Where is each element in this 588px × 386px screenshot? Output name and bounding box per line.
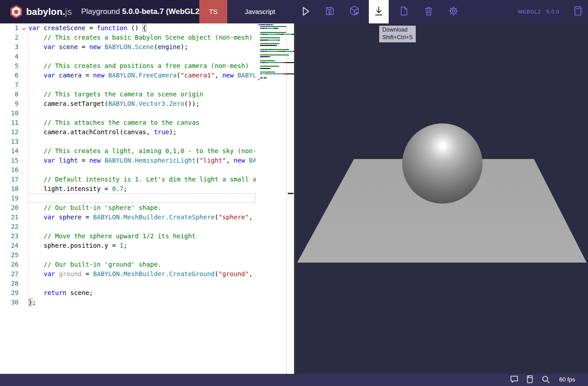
playground-title: Playground 5.0.0-beta.7 (WebGL2) xyxy=(81,0,202,23)
minimap-line xyxy=(260,54,289,55)
minimap-line xyxy=(260,37,280,38)
fold-chevron-icon[interactable] xyxy=(21,25,27,33)
search-icon xyxy=(540,374,551,386)
code-token: = xyxy=(78,43,89,50)
line-number: 3 xyxy=(0,42,18,52)
code-token: new xyxy=(89,157,101,164)
tooltip-shortcut: Shift+Ctrl+S xyxy=(382,34,413,41)
code-token: BABYLON.Vector3 xyxy=(249,157,256,164)
minimap-line xyxy=(260,26,286,27)
code-token: // This creates a basic Babylon Scene ob… xyxy=(28,34,253,41)
tooltip-title: Download xyxy=(382,26,413,34)
code-line[interactable]: // This creates and positions a free cam… xyxy=(28,61,249,71)
code-line[interactable]: var light = new BABYLON.HemisphericLight… xyxy=(28,156,256,165)
splitter-handle[interactable] xyxy=(288,193,294,194)
code-line[interactable]: camera.attachControl(canvas, true); xyxy=(28,127,177,137)
code-token: camera.setTarget( xyxy=(28,100,108,107)
minimap-line xyxy=(285,34,292,35)
code-line[interactable]: var camera = new BABYLON.FreeCamera("cam… xyxy=(28,71,256,80)
vertical-splitter[interactable] xyxy=(294,23,295,374)
code-token: = xyxy=(82,213,93,221)
code-line[interactable]: // This creates a light, aiming 0,1,0 - … xyxy=(28,146,256,156)
code-line[interactable]: // This attaches the camera to the canva… xyxy=(28,118,199,127)
header-bar: babylon.js Playground 5.0.0-beta.7 (WebG… xyxy=(0,0,588,23)
minimap-line xyxy=(282,62,286,63)
code-token: // Our built-in 'ground' shape. xyxy=(28,261,161,268)
render-canvas[interactable] xyxy=(295,23,588,374)
comment-button[interactable] xyxy=(508,374,520,386)
minimap[interactable] xyxy=(256,23,287,374)
current-line-highlight xyxy=(28,193,256,203)
code-line[interactable]: var scene = new BABYLON.Scene(engine); xyxy=(28,42,188,52)
save-button[interactable] xyxy=(320,0,340,23)
code-token: ; xyxy=(124,242,127,249)
code-line[interactable]: return scene; xyxy=(28,288,93,298)
line-number: 20 xyxy=(0,203,18,213)
code-token: camera xyxy=(59,72,82,79)
search-button[interactable] xyxy=(539,374,552,386)
line-number: 22 xyxy=(0,222,18,232)
code-token xyxy=(28,213,44,221)
code-token: light.intensity = xyxy=(28,185,112,192)
code-token: sphere.position.y = xyxy=(28,242,119,249)
typescript-tab[interactable]: TS xyxy=(199,0,227,23)
examples-button[interactable] xyxy=(568,0,588,23)
code-token xyxy=(28,72,44,79)
new-button[interactable] xyxy=(394,0,413,23)
minimap-line xyxy=(260,66,279,67)
code-line[interactable]: // This targets the camera to scene orig… xyxy=(28,90,203,99)
clear-button[interactable] xyxy=(418,0,438,23)
code-line[interactable]: // Default intensity is 1. Let's dim the… xyxy=(28,175,256,184)
code-token: new xyxy=(93,72,104,79)
minimap-line xyxy=(260,40,268,41)
line-number: 27 xyxy=(0,269,18,279)
minimap-line xyxy=(278,40,280,41)
run-button[interactable] xyxy=(295,0,315,23)
code-token xyxy=(105,72,108,79)
code-token: // This attaches the camera to the canva… xyxy=(28,119,199,126)
engine-version-label: 5.0.0 xyxy=(547,0,560,23)
minimap-line xyxy=(280,51,283,52)
settings-button[interactable] xyxy=(443,0,463,23)
code-token: { xyxy=(142,24,146,32)
line-number: 15 xyxy=(0,156,18,165)
code-token: var xyxy=(44,157,55,164)
code-line[interactable]: sphere.position.y = 1; xyxy=(28,241,127,250)
minimap-line xyxy=(260,60,275,61)
code-token: var xyxy=(44,213,55,221)
code-token: createScene xyxy=(44,24,86,32)
logo-wordmark: babylon.js xyxy=(26,0,72,23)
babylon-logo-icon[interactable] xyxy=(9,5,23,19)
line-number: 23 xyxy=(0,232,18,241)
code-viewport[interactable]: 1234567891011121314151617181920212223242… xyxy=(0,23,256,374)
minimap-line xyxy=(262,62,265,63)
inspector-button[interactable] xyxy=(345,0,364,23)
code-token: var xyxy=(44,270,55,277)
code-line[interactable]: // This creates a basic Babylon Scene ob… xyxy=(28,33,253,42)
code-line[interactable]: // Our built-in 'ground' shape. xyxy=(28,260,161,269)
download-button[interactable] xyxy=(369,0,389,23)
code-token: return xyxy=(44,289,67,296)
code-line[interactable]: var sphere = BABYLON.MeshBuilder.CreateS… xyxy=(28,213,256,222)
minimap-line xyxy=(268,51,279,52)
code-line[interactable]: light.intensity = 0.7; xyxy=(28,184,127,194)
line-number: 24 xyxy=(0,241,18,250)
code-line[interactable]: // Our built-in 'sphere' shape. xyxy=(28,203,161,213)
code-line[interactable]: var ground = BABYLON.MeshBuilder.CreateG… xyxy=(28,269,256,279)
code-line[interactable]: camera.setTarget(BABYLON.Vector3.Zero())… xyxy=(28,99,199,109)
docs-button[interactable] xyxy=(524,374,536,386)
code-token: ; xyxy=(32,299,36,306)
code-token: // Our built-in 'sphere' shape. xyxy=(28,204,161,211)
code-line[interactable]: var createScene = function () { xyxy=(28,23,146,33)
code-line[interactable]: }; xyxy=(28,298,36,307)
code-token xyxy=(28,270,44,277)
javascript-tab[interactable]: Javascript xyxy=(227,0,293,23)
comment-icon xyxy=(509,374,519,386)
code-token: ( xyxy=(177,72,180,79)
minimap-line xyxy=(268,40,278,41)
minimap-line xyxy=(283,34,284,35)
code-token: new xyxy=(89,43,101,50)
code-line[interactable]: // Move the sphere upward 1/2 its height xyxy=(28,232,196,241)
minimap-line xyxy=(260,49,289,50)
code-token: engine xyxy=(158,43,181,50)
